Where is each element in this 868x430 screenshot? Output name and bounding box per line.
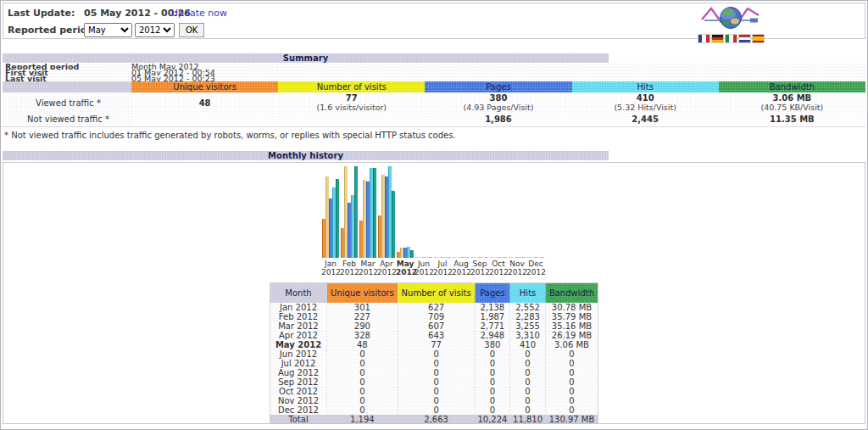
monthly-row-value: 0: [475, 377, 510, 387]
chart-month-year: 2012: [526, 268, 545, 276]
summary-info-row: First visit01 May 2012 - 00:54: [3, 70, 865, 75]
monthly-row-value: 627: [398, 303, 475, 312]
not-viewed-value-hits: 2,445: [572, 113, 719, 126]
chart-month-label-mar-2012: Mar2012: [359, 260, 377, 276]
summary-title-bar: Summary: [3, 53, 609, 63]
not-viewed-value-pages: 1,986: [425, 113, 571, 126]
monthly-row-value: 0: [475, 349, 510, 359]
monthly-row-value: 0: [545, 377, 598, 387]
monthly-row-month: Jul 2012: [270, 359, 326, 368]
monthly-row-value: 380: [475, 340, 510, 349]
chart-bar-bandwidth-mb: [373, 168, 376, 258]
monthly-table-row: Jan 20123016272,1382,55230.78 MB: [270, 303, 598, 312]
chart-month-year: 2012: [359, 268, 377, 276]
monthly-row-value: 0: [327, 359, 398, 368]
chart-month-year: 2012: [470, 268, 489, 276]
chart-month-name: Nov: [508, 260, 526, 268]
monthly-table-row: Jun 201200000: [270, 349, 598, 359]
summary-info-label-reported-period: Reported period: [3, 64, 131, 70]
chart-month-label-aug-2012: Aug2012: [452, 260, 470, 276]
monthly-row-value: 328: [327, 331, 398, 340]
monthly-row-value: 0: [475, 396, 510, 405]
monthly-table-row: Oct 201200000: [270, 387, 598, 396]
viewed-sub-value: (4.93 Pages/Visit): [425, 103, 571, 112]
chart-month-label-nov-2012: Nov2012: [508, 260, 526, 276]
monthly-history-table: MonthUnique visitorsNumber of visitsPage…: [270, 282, 598, 424]
chart-bar-group-jan-2012: [321, 176, 340, 258]
chart-bar-group-may-2012: [396, 247, 415, 258]
monthly-row-month: Aug 2012: [270, 368, 326, 377]
flag-spain-icon[interactable]: [753, 35, 764, 42]
monthly-row-value: 0: [475, 368, 510, 377]
chart-month-year: 2012: [340, 268, 359, 276]
summary-info-value-last-visit: 05 May 2012 - 00:23: [131, 75, 865, 81]
monthly-total-label: Total: [270, 415, 326, 424]
header-frame: Last Update: 05 May 2012 - 00:26 Update …: [3, 3, 865, 39]
monthly-row-value: 35.79 MB: [545, 312, 598, 321]
monthly-history-chart: Jan2012Feb2012Mar2012Apr2012May2012Jun20…: [321, 166, 547, 276]
monthly-row-value: 0: [398, 368, 475, 377]
flag-france-icon[interactable]: [698, 35, 709, 42]
chart-month-year: 2012: [433, 268, 452, 276]
monthly-col-header-unique-visitors: Unique visitors: [327, 282, 398, 303]
chart-month-year: 2012: [396, 268, 415, 276]
monthly-row-value: 0: [327, 368, 398, 377]
monthly-total-value: 1,194: [327, 415, 398, 424]
ok-button[interactable]: OK: [179, 23, 204, 37]
monthly-table-row: Nov 201200000: [270, 396, 598, 405]
summary-col-header-hits: Hits: [572, 81, 719, 92]
chart-bars: [321, 166, 547, 258]
monthly-table-row: May 201248773804103.06 MB: [270, 340, 598, 349]
viewed-main-value: 410: [572, 93, 719, 103]
monthly-row-value: 0: [510, 387, 546, 396]
monthly-row-month: Jun 2012: [270, 349, 326, 359]
flag-italy-icon[interactable]: [726, 35, 737, 42]
monthly-table-row: Mar 20122906072,7713,25535.16 MB: [270, 321, 598, 331]
not-viewed-value-number-of-visits: [278, 113, 425, 126]
chart-bar-bandwidth-mb: [429, 257, 432, 258]
monthly-row-month: May 2012: [270, 340, 326, 349]
chart-month-label-jul-2012: Jul2012: [433, 260, 452, 276]
monthly-table-row: Dec 201200000: [270, 405, 598, 415]
chart-month-year: 2012: [508, 268, 526, 276]
chart-month-name: Jul: [433, 260, 452, 268]
monthly-row-value: 0: [510, 368, 546, 377]
chart-month-name: Aug: [452, 260, 470, 268]
year-select[interactable]: 2012: [135, 23, 175, 37]
monthly-row-value: 2,283: [510, 312, 546, 321]
monthly-row-value: 77: [398, 340, 475, 349]
chart-month-name: Feb: [340, 260, 359, 268]
chart-bar-group-apr-2012: [377, 166, 396, 258]
chart-month-label-dec-2012: Dec2012: [526, 260, 545, 276]
summary-info-row: Last visit05 May 2012 - 00:23: [3, 75, 865, 81]
monthly-row-value: 290: [327, 321, 398, 331]
update-now-link[interactable]: Update now: [171, 8, 227, 19]
monthly-table-row: Apr 20123286432,9483,31026.19 MB: [270, 331, 598, 340]
chart-bar-group-feb-2012: [340, 166, 359, 258]
month-select[interactable]: May: [84, 23, 132, 37]
monthly-row-value: 0: [545, 359, 598, 368]
viewed-main-value: 48: [131, 98, 278, 108]
language-flags-row: [697, 35, 765, 42]
monthly-table-row: Aug 201200000: [270, 368, 598, 377]
monthly-row-value: 0: [545, 368, 598, 377]
summary-header-spacer: [3, 81, 131, 92]
monthly-total-value: 11,810: [510, 415, 546, 424]
flag-germany-icon[interactable]: [712, 35, 723, 42]
monthly-row-value: 3.06 MB: [545, 340, 598, 349]
chart-month-label-apr-2012: Apr2012: [377, 260, 396, 276]
summary-col-header-bandwidth: Bandwidth: [719, 81, 865, 92]
flag-netherlands-icon[interactable]: [739, 35, 750, 42]
monthly-col-header-hits: Hits: [510, 282, 546, 303]
monthly-table-header-row: MonthUnique visitorsNumber of visitsPage…: [270, 282, 598, 303]
chart-bar-bandwidth-mb: [466, 257, 470, 258]
monthly-row-value: 0: [327, 387, 398, 396]
viewed-main-value: 3.06 MB: [719, 93, 865, 103]
monthly-table-row: Feb 20122277091,9872,28335.79 MB: [270, 312, 598, 321]
chart-bar-group-sep-2012: [470, 257, 489, 258]
monthly-row-value: 0: [510, 349, 546, 359]
monthly-row-value: 0: [327, 377, 398, 387]
chart-month-year: 2012: [415, 268, 433, 276]
monthly-row-value: 0: [545, 387, 598, 396]
monthly-row-value: 0: [398, 377, 475, 387]
